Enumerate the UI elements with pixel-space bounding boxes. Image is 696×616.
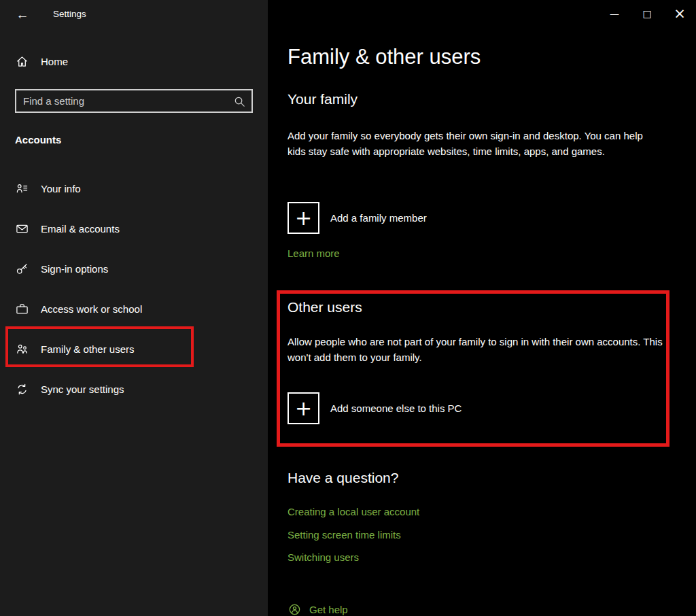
close-button[interactable]: × [663,0,696,27]
sidebar-item-label: Access work or school [41,303,142,315]
email-icon [15,222,29,235]
app-title: Settings [53,9,86,19]
link-creating-local-user-account[interactable]: Creating a local user account [288,506,419,517]
page-title: Family & other users [288,45,481,69]
sync-icon [15,382,29,396]
back-button[interactable]: ← [12,5,33,24]
people-icon [15,342,29,356]
sidebar-section-accounts: Accounts [15,134,61,146]
sidebar-item-label: Your info [41,183,81,194]
sidebar-item-home[interactable]: Home [0,48,268,75]
plus-icon: + [288,202,319,234]
sidebar-item-access-work-school[interactable]: Access work or school [0,294,268,324]
contact-card-icon [15,182,29,195]
get-help-button[interactable]: Get help [288,602,348,616]
sidebar-item-family-other-users[interactable]: Family & other users [0,334,268,364]
have-a-question-heading: Have a question? [288,470,398,486]
settings-window: ← Settings Home Accounts Your info [0,0,696,616]
settings-main: — □ × Family & other users Your family A… [268,0,696,616]
sidebar: ← Settings Home Accounts Your info [0,0,268,616]
sidebar-item-label: Email & accounts [41,223,120,235]
sidebar-item-email-accounts[interactable]: Email & accounts [0,213,268,243]
briefcase-icon [15,302,29,315]
your-family-description: Add your family so everybody gets their … [288,128,660,159]
your-family-heading: Your family [288,91,358,107]
get-help-icon [288,602,301,616]
other-users-heading: Other users [288,299,362,315]
plus-icon: + [288,392,319,424]
home-icon [15,54,29,68]
link-setting-screen-time-limits[interactable]: Setting screen time limits [288,529,401,541]
sidebar-item-sync-settings[interactable]: Sync your settings [0,374,268,404]
sidebar-item-label: Sync your settings [41,383,124,395]
learn-more-link[interactable]: Learn more [288,247,340,259]
sidebar-item-label: Home [41,56,68,67]
sidebar-item-label: Sign-in options [41,263,108,275]
minimize-button[interactable]: — [598,0,631,27]
sidebar-item-your-info[interactable]: Your info [0,173,268,203]
search-icon[interactable] [232,95,246,108]
key-icon [15,262,29,275]
maximize-button[interactable]: □ [631,0,663,27]
sidebar-item-label: Family & other users [41,343,135,355]
search-input[interactable] [16,90,251,112]
add-someone-else-label: Add someone else to this PC [330,403,462,414]
add-family-member-label: Add a family member [330,212,427,224]
other-users-description: Allow people who are not part of your fa… [288,334,663,365]
get-help-label: Get help [309,604,348,615]
link-switching-users[interactable]: Switching users [288,551,359,563]
search-box [15,89,253,113]
add-someone-else-button[interactable]: + Add someone else to this PC [288,392,462,424]
add-family-member-button[interactable]: + Add a family member [288,202,427,234]
sidebar-item-sign-in-options[interactable]: Sign-in options [0,254,268,284]
window-controls: — □ × [598,0,696,27]
sidebar-nav: Your info Email & accounts Sign-in optio… [0,173,268,414]
